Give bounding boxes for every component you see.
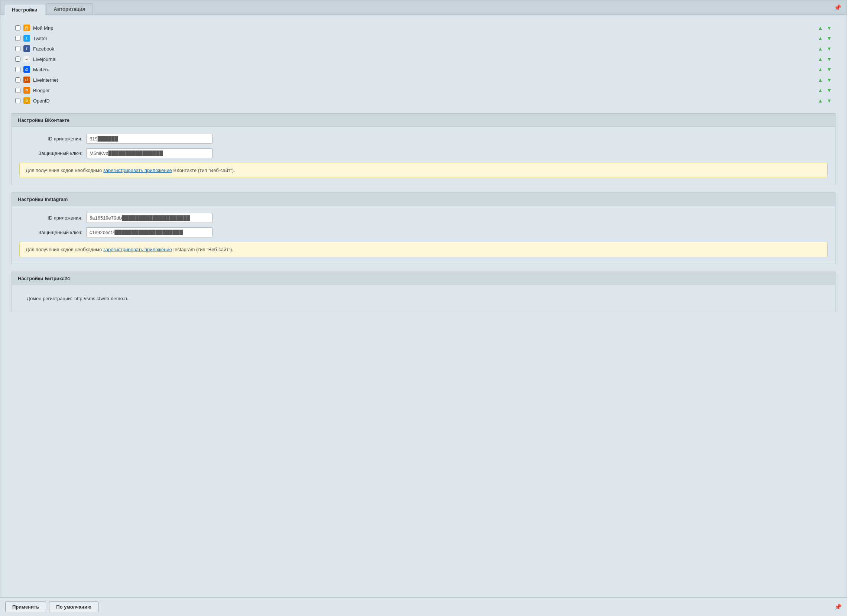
tab-avtorizaciya[interactable]: Авторизация	[46, 3, 93, 15]
social-item-facebook: f Facebook ▲ ▼	[12, 43, 835, 54]
liveinternet-icon: Li	[24, 77, 30, 83]
ig-note-suffix: Instagram (тип "Веб-сайт").	[172, 247, 233, 252]
moimir-down-arrow[interactable]: ▼	[826, 25, 832, 31]
livejournal-up-arrow[interactable]: ▲	[817, 56, 823, 62]
twitter-icon: t	[24, 35, 30, 41]
mailru-icon: @	[24, 66, 30, 73]
vk-id-row: ID приложения:	[19, 134, 828, 144]
openid-icon: ⊙	[24, 97, 30, 104]
vkontakte-section: Настройки ВКонтакте ID приложения: Защищ…	[12, 113, 835, 185]
vk-key-row: Защищенный ключ:	[19, 148, 828, 158]
ig-id-label: ID приложения:	[19, 215, 86, 221]
moimir-up-arrow[interactable]: ▲	[817, 25, 823, 31]
ig-key-input[interactable]	[86, 227, 212, 238]
blogger-up-arrow[interactable]: ▲	[817, 87, 823, 93]
blogger-icon: B	[24, 87, 30, 94]
twitter-label: Twitter	[33, 35, 815, 41]
mailru-down-arrow[interactable]: ▼	[826, 66, 832, 72]
checkbox-openid[interactable]	[15, 98, 21, 103]
blogger-label: Blogger	[33, 88, 815, 93]
vkontakte-section-body: ID приложения: Защищенный ключ: Для полу…	[12, 127, 835, 185]
bitrix-section-body: Домен регистрации: http://sms.ctweb-demo…	[12, 285, 835, 312]
vk-note-text: Для получения кодов необходимо	[26, 168, 103, 173]
bitrix-domain-label: Домен регистрации:	[27, 296, 72, 301]
livejournal-icon: ✒	[24, 56, 30, 62]
social-item-mailru: @ Mail.Ru ▲ ▼	[12, 64, 835, 75]
twitter-down-arrow[interactable]: ▼	[826, 35, 832, 41]
ig-key-row: Защищенный ключ:	[19, 227, 828, 238]
bitrix-domain-value: http://sms.ctweb-demo.ru	[74, 296, 128, 301]
openid-down-arrow[interactable]: ▼	[826, 98, 832, 103]
social-item-moimir: @ Мой Мир ▲ ▼	[12, 23, 835, 33]
vk-note-suffix: ВКонтакте (тип "Веб-сайт").	[172, 168, 235, 173]
ig-id-row: ID приложения:	[19, 213, 828, 223]
checkbox-twitter[interactable]	[15, 35, 21, 41]
ig-note-text: Для получения кодов необходимо	[26, 247, 103, 252]
tab-bar: Настройки Авторизация 📌	[0, 0, 847, 15]
vk-note-link[interactable]: зарегистрировать приложение	[103, 168, 172, 173]
openid-label: OpenID	[33, 98, 815, 103]
footer: Применить По умолчанию 📌	[0, 597, 847, 616]
bitrix-section-title: Настройки Битрикс24	[12, 272, 835, 285]
checkbox-liveinternet[interactable]	[15, 77, 21, 83]
vk-key-label: Защищенный ключ:	[19, 151, 86, 156]
social-item-openid: ⊙ OpenID ▲ ▼	[12, 96, 835, 106]
moimir-label: Мой Мир	[33, 25, 815, 31]
twitter-up-arrow[interactable]: ▲	[817, 35, 823, 41]
checkbox-facebook[interactable]	[15, 46, 21, 51]
mailru-up-arrow[interactable]: ▲	[817, 66, 823, 72]
vk-id-input[interactable]	[86, 134, 212, 144]
default-button[interactable]: По умолчанию	[49, 601, 99, 612]
ig-id-input[interactable]	[86, 213, 212, 223]
facebook-up-arrow[interactable]: ▲	[817, 46, 823, 52]
tab-nastrojki[interactable]: Настройки	[4, 4, 45, 15]
pin-icon-top: 📌	[834, 4, 841, 11]
livejournal-label: Livejournal	[33, 56, 815, 62]
social-item-liveinternet: Li Liveinternet ▲ ▼	[12, 75, 835, 85]
openid-up-arrow[interactable]: ▲	[817, 98, 823, 103]
apply-button[interactable]: Применить	[5, 601, 46, 612]
moimir-icon: @	[24, 25, 30, 31]
instagram-section: Настройки Instagram ID приложения: Защищ…	[12, 192, 835, 264]
pin-icon-bottom: 📌	[834, 603, 842, 610]
instagram-section-title: Настройки Instagram	[12, 192, 835, 206]
facebook-down-arrow[interactable]: ▼	[826, 46, 832, 52]
facebook-label: Facebook	[33, 46, 815, 52]
social-item-blogger: B Blogger ▲ ▼	[12, 85, 835, 96]
liveinternet-label: Liveinternet	[33, 77, 815, 83]
main-window: Настройки Авторизация 📌 @ Мой Мир ▲ ▼ t …	[0, 0, 847, 616]
checkbox-livejournal[interactable]	[15, 56, 21, 62]
bitrix-section: Настройки Битрикс24 Домен регистрации: h…	[12, 272, 835, 312]
bitrix-domain-row: Домен регистрации: http://sms.ctweb-demo…	[19, 292, 828, 305]
liveinternet-up-arrow[interactable]: ▲	[817, 77, 823, 83]
checkbox-mailru[interactable]	[15, 67, 21, 72]
main-content: @ Мой Мир ▲ ▼ t Twitter ▲ ▼ f Facebook ▲…	[0, 15, 847, 349]
vk-note-box: Для получения кодов необходимо зарегистр…	[19, 163, 828, 178]
social-item-livejournal: ✒ Livejournal ▲ ▼	[12, 54, 835, 64]
checkbox-blogger[interactable]	[15, 88, 21, 93]
liveinternet-down-arrow[interactable]: ▼	[826, 77, 832, 83]
mailru-label: Mail.Ru	[33, 67, 815, 72]
vk-key-input[interactable]	[86, 148, 212, 158]
facebook-icon: f	[24, 45, 30, 52]
vkontakte-section-title: Настройки ВКонтакте	[12, 113, 835, 127]
blogger-down-arrow[interactable]: ▼	[826, 87, 832, 93]
vk-id-label: ID приложения:	[19, 136, 86, 142]
social-list: @ Мой Мир ▲ ▼ t Twitter ▲ ▼ f Facebook ▲…	[12, 23, 835, 106]
ig-note-link[interactable]: зарегистрировать приложение	[103, 247, 172, 252]
checkbox-moimir[interactable]	[15, 25, 21, 31]
livejournal-down-arrow[interactable]: ▼	[826, 56, 832, 62]
ig-key-label: Защищенный ключ:	[19, 230, 86, 235]
social-item-twitter: t Twitter ▲ ▼	[12, 33, 835, 43]
instagram-section-body: ID приложения: Защищенный ключ: Для полу…	[12, 206, 835, 264]
ig-note-box: Для получения кодов необходимо зарегистр…	[19, 242, 828, 257]
